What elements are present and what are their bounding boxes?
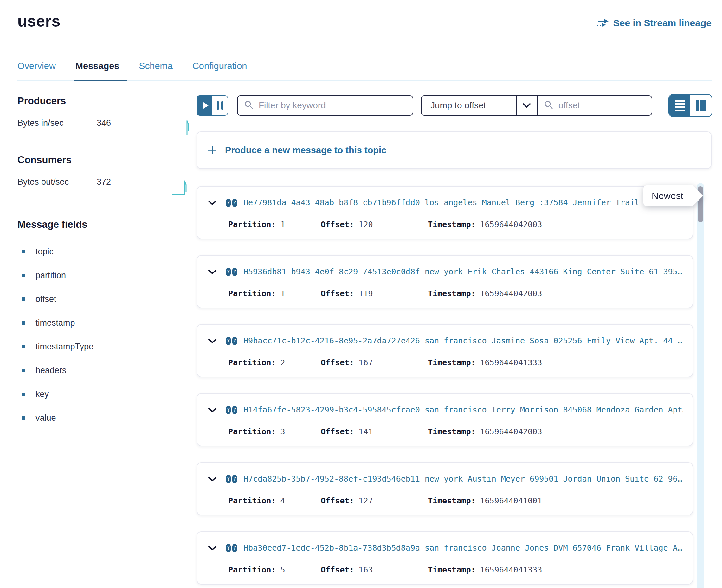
expand-chevron-icon[interactable]	[208, 200, 217, 206]
message-preview[interactable]: H14fa67fe-5823-4299-b3c4-595845cfcae0 sa…	[243, 405, 683, 414]
field-item-value[interactable]: value	[17, 413, 197, 423]
tab-configuration[interactable]: Configuration	[192, 61, 247, 80]
message-fields-list: topic partition offset timestamp timesta…	[17, 247, 197, 423]
field-item-offset[interactable]: offset	[17, 294, 197, 304]
search-icon	[244, 100, 253, 111]
timestamp-value: 1659644041333	[480, 565, 542, 574]
chevron-down-icon	[523, 103, 531, 108]
square-bullet-icon	[22, 250, 25, 253]
jump-to-offset-group: Jump to offset	[421, 96, 652, 115]
offset-value: 127	[358, 496, 373, 505]
offset-label: Offset:	[321, 289, 354, 298]
offset-value: 141	[358, 427, 373, 436]
jump-to-offset-select[interactable]: Jump to offset	[421, 96, 516, 115]
timestamp-value: 1659644041333	[480, 358, 542, 367]
field-item-key[interactable]: key	[17, 390, 197, 399]
partition-label: Partition:	[228, 220, 276, 229]
offset-search-input[interactable]	[558, 101, 645, 110]
producers-heading: Producers	[17, 96, 197, 107]
pause-icon	[217, 101, 219, 110]
produce-message-button[interactable]: Produce a new message to this topic	[197, 131, 711, 169]
keyword-filter-input[interactable]	[259, 101, 406, 110]
stream-lineage-icon	[597, 18, 609, 28]
offset-label: Offset:	[321, 220, 354, 229]
tab-schema[interactable]: Schema	[139, 61, 173, 80]
unknown-char-icon: ?	[232, 406, 238, 414]
square-bullet-icon	[22, 369, 25, 372]
tab-overview[interactable]: Overview	[17, 61, 56, 80]
partition-label: Partition:	[228, 496, 276, 505]
bytes-in-sparkline	[183, 118, 192, 138]
bytes-out-metric: Bytes out/sec 372	[17, 177, 197, 195]
expand-chevron-icon[interactable]	[208, 269, 217, 275]
offset-value: 167	[358, 358, 373, 367]
stream-lineage-label: See in Stream lineage	[613, 18, 711, 28]
field-item-topic[interactable]: topic	[17, 247, 197, 257]
list-view-button[interactable]	[669, 95, 690, 116]
newest-tooltip: Newest	[643, 185, 693, 206]
message-preview[interactable]: H5936db81-b943-4e0f-8c29-74513e0c0d8f ne…	[243, 267, 683, 276]
list-view-icon	[675, 100, 685, 102]
timestamp-value: 1659644042003	[480, 220, 542, 229]
square-bullet-icon	[22, 416, 25, 420]
message-card: ? ? Hba30eed7-1edc-452b-8b1a-738d3b5d8a9…	[197, 531, 693, 585]
field-item-timestamp[interactable]: timestamp	[17, 318, 197, 328]
timestamp-label: Timestamp:	[428, 565, 476, 574]
offset-label: Offset:	[321, 427, 354, 436]
scrollbar-track[interactable]	[697, 183, 704, 588]
message-preview[interactable]: H7cda825b-35b7-4952-88ef-c193d546eb11 ne…	[243, 474, 683, 483]
message-preview[interactable]: H9bacc71c-b12c-4216-8e95-2a7da727e426 sa…	[243, 336, 683, 345]
timestamp-value: 1659644042003	[480, 427, 542, 436]
expand-chevron-icon[interactable]	[208, 545, 217, 551]
partition-label: Partition:	[228, 289, 276, 298]
consumers-heading: Consumers	[17, 154, 197, 166]
messages-panel: Jump to offset	[197, 96, 722, 588]
partition-label: Partition:	[228, 427, 276, 436]
unknown-char-icon: ?	[226, 198, 231, 207]
bytes-in-label: Bytes in/sec	[17, 118, 97, 128]
timestamp-label: Timestamp:	[428, 358, 476, 367]
newest-marker: Newest	[643, 185, 693, 206]
stream-lineage-link[interactable]: See in Stream lineage	[597, 18, 711, 28]
partition-value: 1	[281, 289, 285, 298]
field-item-timestampType[interactable]: timestampType	[17, 342, 197, 352]
timestamp-label: Timestamp:	[428, 220, 476, 229]
play-button[interactable]	[197, 96, 212, 115]
field-item-headers[interactable]: headers	[17, 365, 197, 375]
unknown-char-icon: ?	[226, 337, 231, 345]
expand-chevron-icon[interactable]	[208, 407, 217, 413]
partition-label: Partition:	[228, 565, 276, 574]
split-view-button[interactable]	[690, 95, 711, 116]
bytes-out-label: Bytes out/sec	[17, 177, 97, 187]
message-preview[interactable]: Hba30eed7-1edc-452b-8b1a-738d3b5d8a9a sa…	[243, 543, 683, 552]
expand-chevron-icon[interactable]	[208, 476, 217, 482]
plus-icon	[207, 145, 218, 155]
split-view-icon	[696, 101, 699, 110]
unknown-char-icon: ?	[226, 268, 231, 276]
message-card: ? ? He77981da-4a43-48ab-b8f8-cb71b96ffdd…	[197, 186, 693, 239]
message-fields-heading: Message fields	[17, 219, 197, 230]
tab-messages[interactable]: Messages	[76, 61, 120, 80]
bytes-out-sparkline	[172, 177, 192, 197]
pause-button[interactable]	[212, 96, 228, 115]
play-icon	[203, 102, 209, 109]
square-bullet-icon	[22, 274, 25, 277]
jump-select-button[interactable]	[517, 96, 537, 115]
sidebar: Producers Bytes in/sec 346 Consumers Byt…	[17, 96, 197, 588]
unknown-char-icon: ?	[232, 268, 238, 276]
page-title: users	[17, 12, 61, 30]
field-item-partition[interactable]: partition	[17, 271, 197, 280]
view-toggle	[669, 95, 711, 116]
square-bullet-icon	[22, 321, 25, 325]
offset-label: Offset:	[321, 565, 354, 574]
expand-chevron-icon[interactable]	[208, 338, 217, 344]
search-icon	[544, 100, 553, 111]
page-header: users See in Stream lineage	[0, 0, 722, 30]
message-card: ? ? H5936db81-b943-4e0f-8c29-74513e0c0d8…	[197, 255, 693, 308]
offset-value: 120	[358, 220, 373, 229]
unknown-char-icon: ?	[226, 544, 231, 552]
unknown-char-icon: ?	[232, 544, 238, 552]
timestamp-value: 1659644042003	[480, 289, 542, 298]
message-preview[interactable]: He77981da-4a43-48ab-b8f8-cb71b96ffdd0 lo…	[243, 198, 683, 207]
newest-label: Newest	[652, 190, 683, 201]
